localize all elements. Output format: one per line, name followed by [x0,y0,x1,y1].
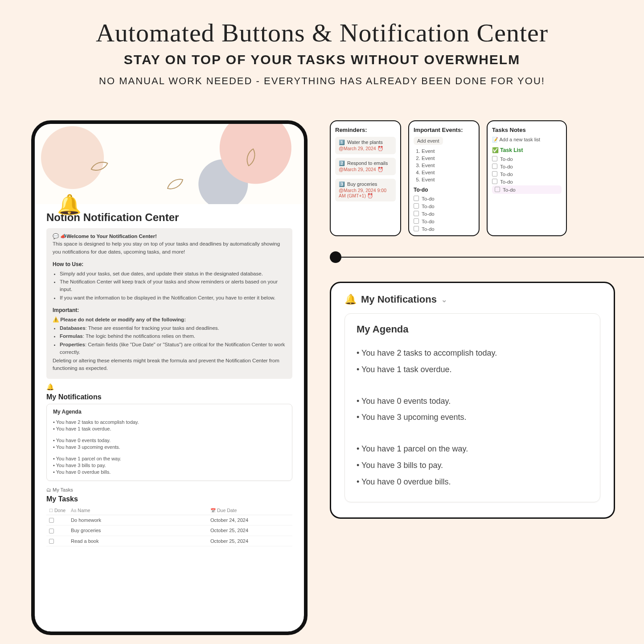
tablet-frame: 🔔 Notion Notification Center 💬 📣Welcome … [31,120,308,635]
task-list-heading[interactable]: Task List [492,147,562,153]
bell-icon: 🔔 [345,294,357,305]
welcome-heading: 💬 📣Welcome to Your Notification Center! [53,233,286,240]
howto-item: Simply add your tasks, set due dates, an… [60,270,286,278]
table-row[interactable]: Buy groceriesOctober 25, 2024 [46,525,292,536]
welcome-callout: 💬 📣Welcome to Your Notification Center! … [46,228,292,379]
todo-heading: To-do [414,187,474,193]
event-item[interactable]: Event [422,148,474,155]
number-icon: 2️⃣ [339,160,346,166]
notes-todo-list: To-do To-do To-do To-do To-do [492,155,562,194]
important-item: Formulas: The logic behind the notificat… [60,332,286,340]
my-notifications-header: My Notifications [361,294,437,305]
agenda-line: You have 1 task overdue. [53,426,286,431]
events-title: Important Events: [414,127,474,133]
todo-item[interactable]: To-do [492,163,562,170]
agenda-line: You have 1 parcel on the way. [357,443,588,455]
reminders-widget[interactable]: Reminders: 1️⃣ Water the plants March 29… [330,120,401,236]
page-title: Notion Notification Center [46,211,292,224]
reminder-title: Water the plants [347,139,383,145]
todo-item[interactable]: To-do [492,155,562,163]
important-list: Databases: These are essential for track… [60,324,286,356]
tasks-notes-widget[interactable]: Tasks Notes Add a new task list Task Lis… [487,120,567,236]
agenda-line: You have 1 parcel on the way. [53,456,286,461]
agenda-line: You have 3 upcoming events. [357,411,588,424]
notes-title: Tasks Notes [492,127,562,133]
reminder-date: March 29, 2024 9:00 AM (GMT+1) [339,188,392,199]
welcome-body: This space is designed to help you stay … [53,240,286,256]
important-heading: Important: [53,306,286,314]
hero-headline: STAY ON TOP OF YOUR TASKS WITHOUT OVERWH… [18,52,626,67]
todo-item[interactable]: To-do [414,217,474,225]
chevron-down-icon[interactable]: ⌄ [441,295,447,304]
events-widget[interactable]: Important Events: Add event Event Event … [408,120,480,236]
col-due: Due Date [217,508,237,513]
add-event-button[interactable]: Add event [414,137,443,145]
reminder-date: March 29, 2024 [339,146,392,152]
warn-line: Please do not delete or modify any of th… [53,316,286,324]
todo-item[interactable]: To-do [414,225,474,233]
todo-list: To-do To-do To-do To-do To-do [414,195,474,233]
howto-item: If you want the information to be displa… [60,294,286,302]
hero-subhead: NO MANUAL WORK NEEDED - EVERYTHING HAS A… [18,75,626,87]
agenda-line: You have 0 overdue bills. [357,476,588,488]
agenda-line: You have 0 overdue bills. [53,469,286,475]
todo-item[interactable]: To-do [414,210,474,217]
calendar-icon: 📅 [210,508,216,513]
col-done: Done [54,508,66,513]
event-item[interactable]: Event [422,162,474,169]
cover-banner: 🔔 [35,124,304,204]
text-icon: Aa [71,508,76,513]
table-row[interactable]: Read a bookOctober 25, 2024 [46,536,292,546]
important-item: Databases: These are essential for track… [60,324,286,332]
todo-item[interactable]: To-do [414,202,474,210]
agenda-line: You have 3 bills to pay. [53,463,286,468]
agenda-line: You have 2 tasks to accomplish today. [357,347,588,360]
agenda-line: You have 3 upcoming events. [53,444,286,450]
bell-icon: 🔔 [57,193,82,216]
my-notifications-card[interactable]: 🔔 My Notifications ⌄ My Agenda You have … [330,282,615,519]
todo-item[interactable]: To-do [492,185,562,194]
todo-item[interactable]: To-do [492,178,562,185]
table-row[interactable]: Do homeworkOctober 24, 2024 [46,515,292,525]
agenda-inner-card: My Agenda You have 2 tasks to accomplish… [345,313,600,502]
add-task-list-link[interactable]: Add a new task list [492,137,562,143]
reminder-item[interactable]: 3️⃣ Buy groceries March 29, 2024 9:00 AM… [335,179,396,201]
bell-icon: 🔔 [46,383,292,390]
event-item[interactable]: Event [422,169,474,176]
hero-script-title: Automated Buttons & Notification Center [18,18,626,48]
event-item[interactable]: Event [422,176,474,183]
reminder-item[interactable]: 1️⃣ Water the plants March 29, 2024 [335,137,396,154]
todo-item[interactable]: To-do [414,195,474,202]
important-item: Properties: Certain fields (like "Due Da… [60,341,286,357]
reminder-title: Respond to emails [347,160,388,166]
events-list: Event Event Event Event Event [414,148,474,183]
agenda-heading: My Agenda [357,324,588,335]
reminders-title: Reminders: [335,127,396,133]
agenda-card[interactable]: My Agenda You have 2 tasks to accomplish… [46,404,292,481]
tasks-db-label[interactable]: My Tasks [46,487,292,492]
agenda-line: You have 0 events today. [53,438,286,443]
howto-heading: How to Use: [53,260,286,268]
number-icon: 1️⃣ [339,139,346,145]
tasks-table[interactable]: ☐Done AaName 📅Due Date Do homeworkOctobe… [46,506,292,547]
agenda-line: You have 2 tasks to accomplish today. [53,419,286,425]
howto-list: Simply add your tasks, set due dates, an… [60,270,286,302]
my-tasks-heading: My Tasks [46,495,292,503]
agenda-line: You have 1 task overdue. [357,363,588,376]
reminder-title: Buy groceries [347,181,377,187]
todo-item[interactable]: To-do [492,170,562,178]
agenda-line: You have 0 events today. [357,395,588,408]
event-item[interactable]: Event [422,155,474,162]
agenda-line: You have 3 bills to pay. [357,459,588,472]
task-checkbox[interactable] [49,529,54,533]
checkbox-icon: ☐ [49,508,53,513]
task-checkbox[interactable] [49,539,54,544]
divider-dot-line [330,250,644,264]
reminder-date: March 29, 2024 [339,167,392,172]
agenda-heading: My Agenda [53,409,286,415]
reminder-item[interactable]: 2️⃣ Respond to emails March 29, 2024 [335,158,396,175]
col-name: Name [78,508,90,513]
task-checkbox[interactable] [49,518,54,523]
important-footer: Deleting or altering these elements migh… [53,357,286,373]
my-notifications-heading: My Notifications [46,393,292,401]
